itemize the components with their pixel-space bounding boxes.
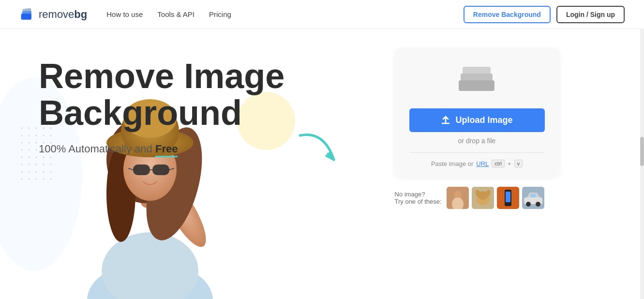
hero-left: Remove Image Background 100% Automatical… [0, 29, 319, 155]
nav-links: How to use Tools & API Pricing [106, 10, 231, 18]
svg-point-39 [28, 178, 30, 180]
svg-point-31 [43, 164, 45, 165]
nav-link-pricing[interactable]: Pricing [209, 10, 231, 18]
hero-right: Upload Image or drop a file Paste image … [319, 29, 644, 209]
sample-thumbs [447, 187, 544, 209]
nav-link-tools-api[interactable]: Tools & API [157, 10, 195, 18]
remove-background-button[interactable]: Remove Background [464, 6, 551, 23]
sample-thumb-car[interactable] [522, 187, 544, 209]
svg-rect-53 [152, 164, 169, 175]
svg-point-34 [28, 171, 30, 173]
svg-point-38 [21, 178, 23, 180]
svg-rect-52 [133, 164, 150, 175]
svg-point-76 [526, 202, 531, 207]
svg-rect-62 [459, 80, 494, 91]
kbd-ctrl: ctrl [492, 160, 505, 167]
svg-point-23 [21, 156, 23, 158]
upload-card: Upload Image or drop a file Paste image … [395, 48, 559, 177]
nav-left: removebg How to use Tools & API Pricing [19, 7, 231, 22]
sample-thumb-dog[interactable] [472, 187, 494, 209]
login-signup-button[interactable]: Login / Sign up [556, 6, 625, 23]
svg-rect-78 [531, 194, 536, 197]
svg-point-44 [102, 232, 198, 299]
svg-point-29 [28, 164, 30, 165]
svg-point-36 [43, 171, 45, 173]
layers-icon [458, 63, 496, 97]
divider [409, 152, 545, 153]
upload-icon-area [458, 63, 496, 99]
sample-thumb-woman[interactable] [447, 187, 469, 209]
logo-icon [19, 7, 35, 22]
hero-title: Remove Image Background [39, 58, 319, 131]
upload-arrow-icon [441, 116, 450, 125]
logo-text: removebg [39, 8, 87, 21]
no-image-label: No image? Try one of these: [395, 191, 442, 205]
svg-point-26 [43, 156, 45, 158]
hero-subtitle: 100% Automatically and Free [39, 143, 319, 155]
hero-subtitle-free: Free [155, 143, 178, 157]
logo[interactable]: removebg [19, 7, 87, 22]
svg-point-40 [35, 178, 37, 180]
paste-label: Paste image or [431, 160, 473, 167]
paste-area: Paste image or URL ctrl + v [431, 160, 523, 167]
svg-point-24 [28, 156, 30, 158]
sample-thumb-phone[interactable] [497, 187, 519, 209]
svg-point-33 [21, 171, 23, 173]
svg-point-77 [536, 202, 540, 207]
kbd-v: v [514, 160, 523, 167]
upload-image-button[interactable]: Upload Image [409, 108, 545, 132]
svg-point-25 [35, 156, 37, 158]
paste-url-link[interactable]: URL [476, 160, 489, 167]
svg-point-41 [43, 178, 45, 180]
svg-point-35 [35, 171, 37, 173]
svg-rect-2 [21, 14, 31, 19]
hero-section: Remove Image Background 100% Automatical… [0, 29, 644, 299]
kbd-plus: + [508, 160, 511, 167]
svg-rect-73 [506, 192, 510, 202]
nav-link-how-to-use[interactable]: How to use [106, 10, 143, 18]
sample-section: No image? Try one of these: [395, 187, 559, 209]
navbar: removebg How to use Tools & API Pricing … [0, 0, 644, 29]
arrow-decoration [295, 126, 344, 176]
drop-text: or drop a file [458, 137, 496, 145]
svg-point-28 [21, 164, 23, 165]
svg-point-30 [35, 164, 37, 165]
nav-right: Remove Background Login / Sign up [464, 6, 625, 23]
